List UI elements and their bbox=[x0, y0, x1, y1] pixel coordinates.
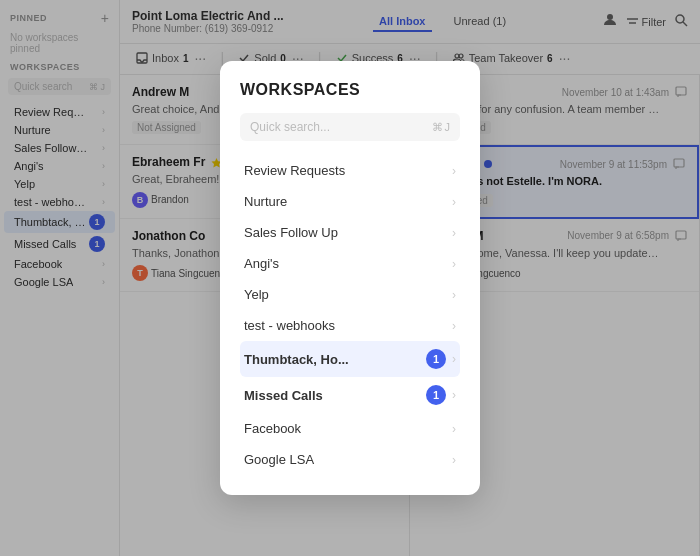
chevron-right-icon: › bbox=[452, 195, 456, 209]
cmd-icon: ⌘ bbox=[432, 121, 443, 134]
ws-item-google-lsa[interactable]: Google LSA › bbox=[240, 444, 460, 475]
modal-title: WORKSPACES bbox=[240, 81, 460, 99]
ws-item-nurture[interactable]: Nurture › bbox=[240, 186, 460, 217]
workspace-modal-overlay[interactable]: WORKSPACES Quick search... ⌘ J Review Re… bbox=[0, 0, 700, 556]
ws-item-label-8: Facebook bbox=[244, 421, 301, 436]
workspace-modal: WORKSPACES Quick search... ⌘ J Review Re… bbox=[220, 61, 480, 495]
chevron-right-icon: › bbox=[452, 164, 456, 178]
ws-item-thumbtack[interactable]: Thumbtack, Ho... 1 › bbox=[240, 341, 460, 377]
ws-item-angis[interactable]: Angi's › bbox=[240, 248, 460, 279]
ws-item-yelp[interactable]: Yelp › bbox=[240, 279, 460, 310]
chevron-right-icon: › bbox=[452, 257, 456, 271]
chevron-right-icon: › bbox=[452, 319, 456, 333]
modal-search-shortcut: ⌘ J bbox=[432, 121, 451, 134]
ws-badge-missed-calls: 1 bbox=[426, 385, 446, 405]
ws-item-label-0: Review Requests bbox=[244, 163, 345, 178]
ws-item-label-3: Angi's bbox=[244, 256, 279, 271]
ws-item-label-5: test - webhooks bbox=[244, 318, 335, 333]
chevron-right-icon: › bbox=[452, 388, 456, 402]
modal-search[interactable]: Quick search... ⌘ J bbox=[240, 113, 460, 141]
ws-item-label-2: Sales Follow Up bbox=[244, 225, 338, 240]
ws-item-sales-follow-up[interactable]: Sales Follow Up › bbox=[240, 217, 460, 248]
j-key: J bbox=[445, 121, 451, 133]
ws-item-missed-calls[interactable]: Missed Calls 1 › bbox=[240, 377, 460, 413]
ws-badge-thumbtack: 1 bbox=[426, 349, 446, 369]
ws-item-label-9: Google LSA bbox=[244, 452, 314, 467]
ws-item-label-6: Thumbtack, Ho... bbox=[244, 352, 349, 367]
modal-search-placeholder: Quick search... bbox=[250, 120, 330, 134]
ws-item-label-4: Yelp bbox=[244, 287, 269, 302]
ws-item-test-webhooks[interactable]: test - webhooks › bbox=[240, 310, 460, 341]
ws-item-right-6: 1 › bbox=[426, 349, 456, 369]
chevron-right-icon: › bbox=[452, 422, 456, 436]
chevron-right-icon: › bbox=[452, 352, 456, 366]
chevron-right-icon: › bbox=[452, 288, 456, 302]
ws-item-right-7: 1 › bbox=[426, 385, 456, 405]
ws-item-review-requests[interactable]: Review Requests › bbox=[240, 155, 460, 186]
ws-item-facebook[interactable]: Facebook › bbox=[240, 413, 460, 444]
ws-item-label-7: Missed Calls bbox=[244, 388, 323, 403]
chevron-right-icon: › bbox=[452, 453, 456, 467]
ws-item-label-1: Nurture bbox=[244, 194, 287, 209]
chevron-right-icon: › bbox=[452, 226, 456, 240]
